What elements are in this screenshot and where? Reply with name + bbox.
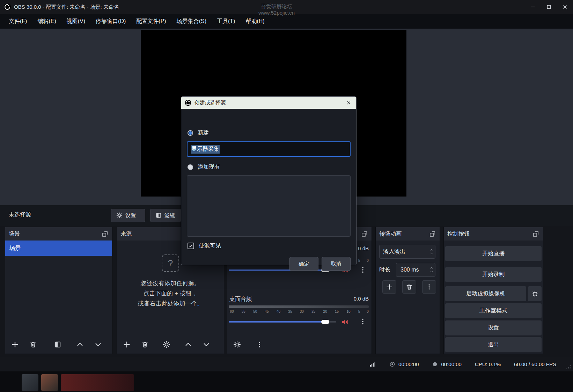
ok-button[interactable]: 确定 xyxy=(289,257,318,271)
scene-list-item[interactable]: 场景 xyxy=(5,241,112,256)
channel2-options-button[interactable] xyxy=(359,318,367,326)
add-scene-button[interactable] xyxy=(10,340,20,349)
plus-icon xyxy=(386,283,393,290)
kebab-icon xyxy=(426,283,433,290)
dialog-body: 新建 显示器采集 添加现有 使源可见 确定 取消 xyxy=(181,109,356,266)
menubar: 文件(F) 编辑(E) 视图(V) 停靠窗口(D) 配置文件(P) 场景集合(S… xyxy=(0,14,573,29)
exit-button[interactable]: 退出 xyxy=(445,337,542,352)
cancel-button[interactable]: 取消 xyxy=(322,257,351,271)
duration-label: 时长 xyxy=(379,263,390,277)
start-recording-button[interactable]: 开始录制 xyxy=(445,267,542,282)
add-existing-radio-row[interactable]: 添加现有 xyxy=(188,163,220,171)
checkbox-checked-icon[interactable] xyxy=(188,243,194,249)
empty-hint-line: 您还没有添加任何源。 xyxy=(141,278,200,288)
remove-scene-button[interactable] xyxy=(28,340,38,349)
menu-edit[interactable]: 编辑(E) xyxy=(32,14,61,29)
plus-icon xyxy=(11,341,19,348)
radio-unselected-icon[interactable] xyxy=(188,164,193,170)
maximize-button[interactable] xyxy=(541,0,557,14)
controls-body: 开始直播 开始录制 启动虚拟摄像机 工作室模式 设置 退出 xyxy=(444,241,543,354)
make-source-visible-row[interactable]: 使源可见 xyxy=(188,242,221,250)
no-source-selected-label: 未选择源 xyxy=(9,211,31,219)
menu-profile[interactable]: 配置文件(P) xyxy=(131,14,171,29)
source-properties-button[interactable]: 设置 xyxy=(111,209,145,222)
db-tick: 0 xyxy=(367,310,369,313)
menu-view[interactable]: 视图(V) xyxy=(61,14,90,29)
virtual-camera-settings-button[interactable] xyxy=(528,286,542,301)
transitions-dock: 转场动画 淡入淡出 时长 300 ms xyxy=(375,227,440,354)
menu-file[interactable]: 文件(F) xyxy=(3,14,32,29)
move-source-down-button[interactable] xyxy=(201,340,211,349)
start-virtual-camera-button[interactable]: 启动虚拟摄像机 xyxy=(445,286,526,301)
taskbar-thumbnail[interactable] xyxy=(41,374,58,391)
existing-sources-listbox[interactable] xyxy=(187,175,351,237)
add-transition-button[interactable] xyxy=(382,280,396,294)
duration-row: 时长 300 ms xyxy=(376,263,440,277)
move-scene-down-button[interactable] xyxy=(93,340,103,349)
window-title: OBS 30.0.0 - 配置文件: 未命名 - 场景: 未命名 xyxy=(14,4,119,10)
remove-transition-button[interactable] xyxy=(402,280,416,294)
dialog-close-button[interactable] xyxy=(344,99,353,107)
source-name-input[interactable]: 显示器采集 xyxy=(187,141,351,157)
db-tick: -5 xyxy=(357,259,360,262)
transition-options-button[interactable] xyxy=(422,280,436,294)
channel2-name: 桌面音频 xyxy=(229,296,252,303)
resize-grip[interactable] xyxy=(565,363,572,370)
cpu-usage: CPU: 0.1% xyxy=(475,361,501,367)
source-properties-toolbar-button[interactable] xyxy=(162,340,171,349)
move-scene-up-button[interactable] xyxy=(75,340,85,349)
db-tick: -10 xyxy=(345,310,350,313)
radio-selected-icon[interactable] xyxy=(188,130,193,136)
menu-help[interactable]: 帮助(H) xyxy=(240,14,270,29)
dialog-header[interactable]: 创建或选择源 xyxy=(181,97,356,109)
start-streaming-button[interactable]: 开始直播 xyxy=(445,246,542,261)
scenes-dock: 场景 场景 xyxy=(5,227,112,354)
settings-button[interactable]: 设置 xyxy=(445,320,542,335)
create-new-radio-row[interactable]: 新建 xyxy=(188,129,209,136)
menu-tools[interactable]: 工具(T) xyxy=(212,14,240,29)
mixer-options-button[interactable] xyxy=(255,340,264,349)
menu-docks[interactable]: 停靠窗口(D) xyxy=(90,14,131,29)
make-source-visible-label: 使源可见 xyxy=(199,242,221,250)
db-tick: -55 xyxy=(240,310,245,313)
menu-scene-collection[interactable]: 场景集合(S) xyxy=(171,14,212,29)
popout-icon[interactable] xyxy=(532,230,539,237)
popout-icon[interactable] xyxy=(429,230,436,237)
source-filters-button[interactable]: 滤镜 xyxy=(150,209,181,222)
scene-filters-button[interactable] xyxy=(53,340,63,349)
move-source-up-button[interactable] xyxy=(183,340,193,349)
record-time: 00:00:00 xyxy=(441,361,461,367)
mute-speaker-icon[interactable] xyxy=(341,318,349,326)
popout-icon[interactable] xyxy=(102,230,109,237)
filter-icon xyxy=(155,212,162,219)
close-icon xyxy=(346,100,352,106)
advanced-audio-button[interactable] xyxy=(232,340,242,349)
transition-select[interactable]: 淡入淡出 xyxy=(379,245,435,259)
studio-mode-button[interactable]: 工作室模式 xyxy=(445,303,542,318)
window-controls xyxy=(525,0,573,14)
obs-logo-icon xyxy=(3,3,11,11)
trash-icon xyxy=(29,341,37,348)
channel1-options-button[interactable] xyxy=(359,266,367,274)
db-tick: -50 xyxy=(252,310,257,313)
connection-signal-icon xyxy=(369,361,376,368)
taskbar-thumbnail[interactable] xyxy=(22,374,38,391)
add-source-button[interactable] xyxy=(122,340,132,349)
transitions-dock-title: 转场动画 xyxy=(379,230,402,238)
close-button[interactable] xyxy=(557,0,573,14)
duration-spinbox[interactable]: 300 ms xyxy=(396,263,435,277)
spin-arrows-icon[interactable] xyxy=(428,263,435,276)
stream-time: 00:00:00 xyxy=(398,361,419,367)
channel2-volume-slider[interactable] xyxy=(229,318,336,326)
taskbar-thumbnail[interactable] xyxy=(61,374,134,391)
popout-icon[interactable] xyxy=(361,230,368,237)
filter-icon xyxy=(54,341,61,348)
create-source-dialog: 创建或选择源 新建 显示器采集 添加现有 使源可见 确定 取消 xyxy=(181,96,357,265)
slider-fill xyxy=(229,321,323,323)
mixer-toolbar xyxy=(227,335,372,354)
trash-icon xyxy=(141,341,149,348)
remove-source-button[interactable] xyxy=(140,340,150,349)
minimize-button[interactable] xyxy=(525,0,541,14)
db-tick: -60 xyxy=(229,310,234,313)
slider-thumb[interactable] xyxy=(321,320,329,324)
